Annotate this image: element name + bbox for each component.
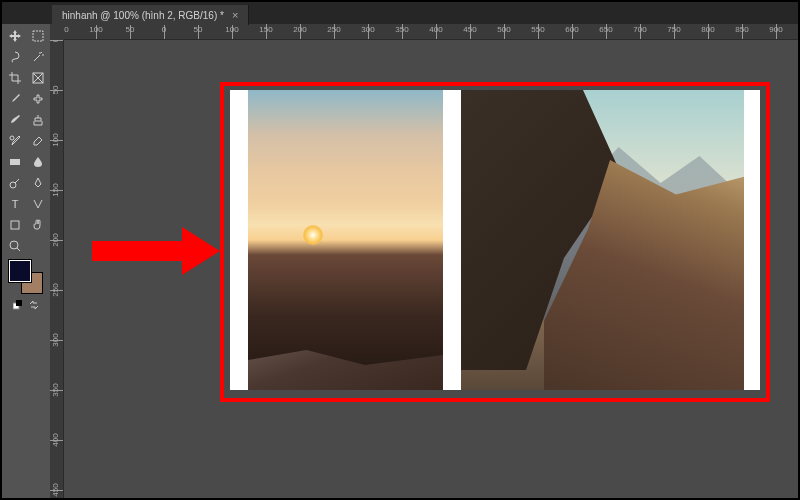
svg-rect-0 [33,31,43,41]
tool-palette: T [2,2,50,498]
ruler-tick-label: 150 [259,25,272,34]
pen-tool-icon[interactable] [28,173,48,193]
ruler-tick-label: 50 [51,86,60,95]
history-tool-icon[interactable] [5,131,25,151]
eyedropper-tool-icon[interactable] [5,89,25,109]
vertical-ruler[interactable]: 050100150200250300350400450 [50,40,64,498]
brush-tool-icon[interactable] [5,110,25,130]
svg-rect-5 [10,159,20,165]
tab-title: hinhanh @ 100% (hình 2, RGB/16) * [62,10,224,21]
ruler-tick-label: 150 [51,183,60,196]
ruler-tick-label: 600 [565,25,578,34]
path-tool-icon[interactable] [28,194,48,214]
ruler-tick-label: 300 [361,25,374,34]
svg-point-10 [10,241,18,249]
ruler-tick-label: 850 [735,25,748,34]
svg-rect-9 [11,221,19,229]
ruler-tick-label: 50 [194,25,203,34]
ruler-tick-label: 100 [225,25,238,34]
annotation-highlight-box [220,82,770,402]
shape-tool-icon[interactable] [5,215,25,235]
svg-line-11 [17,248,20,251]
ruler-tick-label: 400 [429,25,442,34]
ruler-tick-label: 100 [89,25,102,34]
default-colors-icon[interactable] [13,296,23,306]
marquee-tool-icon[interactable] [28,26,48,46]
clone-tool-icon[interactable] [28,110,48,130]
hand-tool-icon[interactable] [28,215,48,235]
ruler-tick-label: 0 [51,40,60,42]
ruler-tick-label: 350 [51,383,60,396]
heal-tool-icon[interactable] [28,89,48,109]
svg-line-7 [15,179,19,183]
ruler-tick-label: 650 [599,25,612,34]
type-tool-icon[interactable]: T [5,194,25,214]
gradient-tool-icon[interactable] [5,152,25,172]
tool-empty [28,236,48,256]
ruler-tick-label: 800 [701,25,714,34]
color-swatches[interactable] [9,260,43,294]
ruler-tick-label: 250 [327,25,340,34]
ruler-tick-label: 300 [51,333,60,346]
svg-point-4 [10,136,14,140]
svg-text:T: T [11,198,18,210]
foreground-color-swatch[interactable] [9,260,31,282]
ruler-tick-label: 900 [769,25,782,34]
blur-tool-icon[interactable] [28,152,48,172]
ruler-tick-label: 200 [51,233,60,246]
ruler-tick-label: 100 [51,133,60,146]
ruler-tick-label: 350 [395,25,408,34]
ruler-tick-label: 450 [463,25,476,34]
swap-colors-icon[interactable] [29,296,39,306]
wand-tool-icon[interactable] [28,47,48,67]
ruler-tick-label: 500 [497,25,510,34]
crop-tool-icon[interactable] [5,68,25,88]
ruler-tick-label: 0 [162,25,166,34]
eraser-tool-icon[interactable] [28,131,48,151]
document-tab[interactable]: hinhanh @ 100% (hình 2, RGB/16) * × [52,5,249,25]
ruler-tick-label: 700 [633,25,646,34]
ruler-origin[interactable] [50,24,64,40]
svg-rect-13 [16,300,22,306]
ruler-tick-label: 400 [51,433,60,446]
ruler-tick-label: 200 [293,25,306,34]
dodge-tool-icon[interactable] [5,173,25,193]
frame-tool-icon[interactable] [28,68,48,88]
move-tool-icon[interactable] [5,26,25,46]
ruler-tick-label: 450 [51,483,60,496]
lasso-tool-icon[interactable] [5,47,25,67]
ruler-tick-label: 250 [51,283,60,296]
annotation-arrow [92,227,220,275]
tab-bar: hinhanh @ 100% (hình 2, RGB/16) * × [2,2,798,24]
close-icon[interactable]: × [232,9,238,21]
horizontal-ruler[interactable]: 2501005005010015020025030035040045050055… [62,24,798,40]
ruler-tick-label: 750 [667,25,680,34]
ruler-tick-label: 50 [126,25,135,34]
ruler-tick-label: 550 [531,25,544,34]
zoom-tool-icon[interactable] [5,236,25,256]
